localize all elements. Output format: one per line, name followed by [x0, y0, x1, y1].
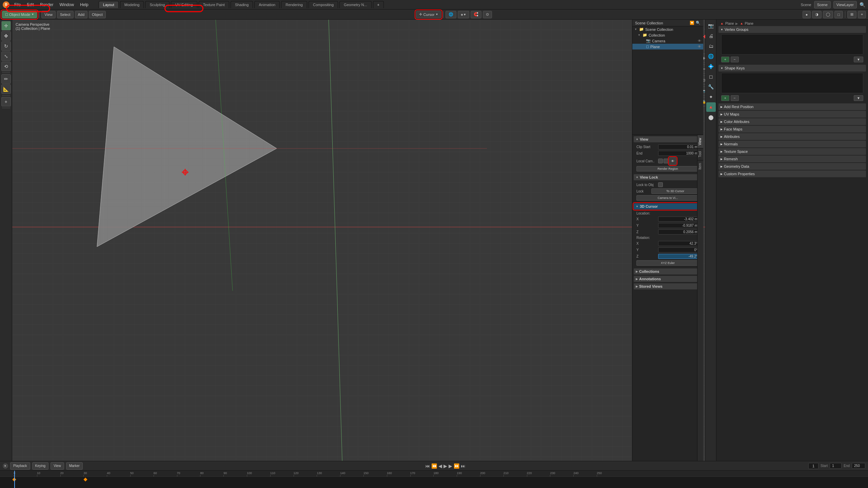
n-panel-tab-item[interactable]: Item: [697, 160, 703, 172]
tool-move[interactable]: ✥: [1, 31, 11, 41]
shape-key-remove-btn[interactable]: −: [731, 95, 739, 101]
jump-start-btn[interactable]: ⏮: [425, 463, 430, 469]
outliner-collection[interactable]: ▼ 📁 Collection: [632, 32, 703, 38]
jump-end-btn[interactable]: ⏭: [461, 463, 466, 469]
viewport-shading-solid[interactable]: ●: [803, 11, 811, 18]
scene-selector[interactable]: Scene: [814, 1, 831, 8]
cursor-rot-mode-btn[interactable]: XYZ Euler: [636, 260, 699, 266]
uv-maps-header[interactable]: ▶ UV Maps: [718, 111, 866, 118]
props-icon-render[interactable]: 📷: [706, 21, 716, 30]
keyframe-marker-2[interactable]: [83, 477, 87, 481]
snap-toggle[interactable]: 🧲: [471, 11, 481, 18]
vertex-groups-header[interactable]: ▼ Vertex Groups: [718, 26, 866, 33]
cursor-ry-value[interactable]: 0°: [658, 247, 699, 252]
tab-compositing[interactable]: Compositing: [309, 1, 338, 8]
outliner-plane[interactable]: ▶ ◻ Plane 👁: [632, 44, 703, 49]
menu-edit[interactable]: Edit: [24, 2, 37, 8]
local-cam-checkbox[interactable]: [658, 159, 663, 163]
clip-end-value[interactable]: 1000 m: [658, 151, 699, 156]
overlay-toggle[interactable]: ⊞: [847, 11, 856, 18]
view-lock-header[interactable]: ▼ View Lock: [634, 174, 702, 180]
play-btn[interactable]: ▶: [443, 463, 447, 469]
tool-measure[interactable]: 📐: [1, 84, 11, 94]
search-btn[interactable]: 🔍: [860, 2, 865, 7]
tool-cursor[interactable]: ✛: [1, 21, 11, 30]
vertex-group-add-btn[interactable]: +: [721, 57, 729, 62]
shape-key-specials-btn[interactable]: ▼: [854, 95, 863, 101]
collections-header[interactable]: ▶ Collections: [634, 268, 702, 274]
props-icon-modifier[interactable]: 🔧: [706, 82, 716, 92]
plane-restrict-icon[interactable]: 👁: [698, 45, 701, 48]
normals-header[interactable]: ▶ Normals: [718, 141, 866, 147]
annotations-header[interactable]: ▶ Annotations: [634, 276, 702, 282]
face-maps-header[interactable]: ▶ Face Maps: [718, 126, 866, 133]
view-layer-selector[interactable]: ViewLayer: [833, 1, 857, 8]
current-frame-field[interactable]: 1: [808, 463, 818, 469]
render-region-btn[interactable]: Render Region: [636, 166, 699, 171]
next-frame-btn[interactable]: ⏩: [454, 463, 459, 469]
local-cam-checkbox2[interactable]: [664, 159, 668, 163]
view-menu[interactable]: View: [41, 11, 56, 18]
cursor-z-value[interactable]: 0.2056 m: [658, 229, 699, 235]
add-menu[interactable]: Add: [75, 11, 88, 18]
view-icon-btn[interactable]: 👁: [669, 157, 676, 165]
menu-window[interactable]: Window: [57, 2, 77, 8]
vertex-group-specials-btn[interactable]: ▼: [854, 57, 863, 62]
outliner-search-icon[interactable]: 🔍: [696, 21, 701, 25]
prev-frame-btn[interactable]: ⏪: [431, 463, 437, 469]
menu-file[interactable]: File: [12, 2, 23, 8]
props-icon-output[interactable]: 🖨: [706, 31, 716, 41]
next-keyframe-btn[interactable]: ▶: [449, 463, 452, 469]
tab-geometry-nodes[interactable]: Geometry N...: [339, 1, 371, 8]
tool-annotate[interactable]: ✏: [1, 74, 11, 84]
stored-views-header[interactable]: ▶ Stored Views: [634, 283, 702, 289]
object-menu[interactable]: Object: [89, 11, 106, 18]
timeline-keying-menu[interactable]: Keying: [32, 462, 49, 470]
attributes-header[interactable]: ▶ Attributes: [718, 133, 866, 140]
tab-texture-paint[interactable]: Texture Paint: [199, 1, 229, 8]
props-icon-material[interactable]: ⬤: [706, 113, 716, 122]
custom-properties-header[interactable]: ▶ Custom Properties: [718, 170, 866, 177]
gizmo-toggle[interactable]: ⌖: [858, 11, 866, 18]
menu-help[interactable]: Help: [77, 2, 91, 8]
clip-start-value[interactable]: 0.01 m: [658, 144, 699, 149]
n-panel-tab-view[interactable]: View: [697, 135, 703, 148]
shape-key-add-btn[interactable]: +: [721, 95, 729, 101]
end-frame-field[interactable]: 250: [852, 463, 865, 469]
transform-global[interactable]: 🌐: [446, 11, 456, 18]
viewport-shading-wire[interactable]: □: [834, 11, 843, 18]
tab-shading[interactable]: Shading: [231, 1, 253, 8]
timeline-marker-menu[interactable]: Marker: [66, 462, 83, 470]
color-attributes-header[interactable]: ▶ Color Attributes: [718, 118, 866, 125]
viewport-shading-material[interactable]: ◑: [812, 11, 822, 18]
start-frame-field[interactable]: 1: [830, 463, 842, 469]
cursor-rz-value[interactable]: -49.2°: [658, 254, 699, 259]
props-icon-object[interactable]: ◻: [706, 72, 716, 81]
mesh-object[interactable]: [12, 20, 715, 461]
camera-restrict-icon[interactable]: 👁: [698, 39, 701, 43]
view-section-header[interactable]: ▼ View: [634, 136, 702, 142]
tool-scale[interactable]: ⤡: [1, 52, 11, 61]
texture-space-header[interactable]: ▶ Texture Space: [718, 148, 866, 155]
tab-modeling[interactable]: Modeling: [120, 1, 144, 8]
props-icon-particles[interactable]: ✦: [706, 92, 716, 102]
timeline-playback-menu[interactable]: Playback: [10, 462, 30, 470]
tab-uv-editing[interactable]: UV Editing: [171, 1, 197, 8]
cursor-tool[interactable]: ✛ Cursor ▼: [416, 11, 441, 18]
tool-transform[interactable]: ⟲: [1, 62, 11, 71]
tab-animation[interactable]: Animation: [254, 1, 280, 8]
viewport-shading-rendered[interactable]: ◯: [823, 11, 833, 18]
n-panel-tab-tool[interactable]: Tool: [697, 148, 703, 160]
menu-render[interactable]: Render: [37, 2, 56, 8]
add-rest-position-header[interactable]: ▶ Add Rest Position: [718, 103, 866, 110]
tool-add[interactable]: +: [1, 97, 11, 106]
cam-to-view-btn[interactable]: Camera to Vi...: [636, 195, 699, 201]
cursor-x-value[interactable]: -3.402 m: [658, 217, 699, 222]
props-icon-world[interactable]: 💠: [706, 62, 716, 71]
timeline-track-area[interactable]: 0102030405060708090100110120130140150160…: [0, 471, 868, 488]
lock-obj-checkbox[interactable]: [658, 182, 663, 187]
tab-sculpting[interactable]: Sculpting: [145, 1, 169, 8]
vertex-group-remove-btn[interactable]: −: [731, 57, 739, 62]
prev-keyframe-btn[interactable]: ◀: [438, 463, 442, 469]
proportional-edit[interactable]: ⊙: [483, 11, 492, 18]
